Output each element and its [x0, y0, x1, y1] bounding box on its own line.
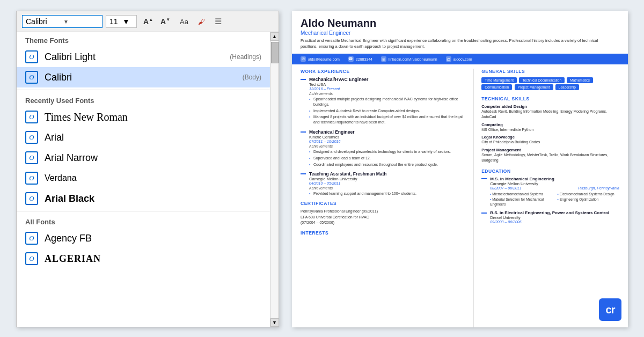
edu-dash-2 [481, 213, 487, 214]
font-label-calibri: Calibri (Body) [45, 72, 261, 83]
job-bullet-1-3: Managed 8 projects with an individual bu… [309, 114, 466, 125]
edu-course-col-right: Electromechanical Systems Design Enginee… [558, 192, 619, 207]
font-label-calibri-light: Calibri Light (Headings) [45, 52, 261, 63]
font-label-algerian: ALGERIAN [45, 253, 261, 265]
resume-job-title: Mechanical Engineer [301, 30, 619, 36]
job-entry-2: Mechanical Engineer Kinetic Ceramics 07/… [301, 129, 466, 167]
tech-skill-cad: Computer-aided Design Autodesk Revit, Bu… [481, 104, 619, 120]
edu-entry-2: B.S. in Electrical Engineering, Power an… [481, 210, 619, 224]
contact-linkedin: in linkedin.com/in/aldoneumann [381, 56, 437, 62]
theme-fonts-header: Theme Fonts [17, 32, 270, 47]
font-label-arial-black: Arial Black [45, 193, 261, 204]
general-skills-title: GENERAL SKILLS [481, 69, 619, 74]
resume-body: WORK EXPERIENCE Mechanical/HVAC Engineer… [292, 64, 628, 327]
font-picker-panel: Calibri ▼ 11 ▼ A▲ A▼ Aa 🖌 ☰ Theme Fonts … [16, 11, 279, 327]
resume-left-column: WORK EXPERIENCE Mechanical/HVAC Engineer… [301, 69, 474, 327]
achievements-label-1: Achievements [309, 92, 466, 96]
font-name-verdana: Verdana [45, 173, 77, 183]
job-company-2: Kinetic Ceramics [309, 135, 466, 140]
edu-course-1: Microelectromechanical Systems [490, 192, 552, 197]
scrollbar-thumb[interactable] [271, 42, 279, 63]
font-size-value: 11 [109, 17, 120, 26]
tech-skill-pm-title: Project Management [481, 148, 619, 152]
resume-header: Aldo Neumann Mechanical Engineer Practic… [292, 11, 628, 54]
job-entry-1: Mechanical/HVAC Engineer TechUSA 12/2016… [301, 77, 466, 125]
font-name-calibri-light: Calibri Light [45, 52, 96, 63]
font-label-arial-narrow: Arial Narrow [45, 152, 261, 164]
job-dates-2: 07/2011 – 10/2016 [309, 140, 466, 143]
font-icon-agency: O [25, 232, 38, 245]
work-experience-title: WORK EXPERIENCE [301, 69, 466, 74]
main-container: Calibri ▼ 11 ▼ A▲ A▼ Aa 🖌 ☰ Theme Fonts … [0, 0, 644, 337]
edu-dash-1 [481, 178, 487, 179]
font-icon-algerian: O [25, 252, 38, 265]
increase-font-btn[interactable]: A▲ [140, 15, 156, 28]
edu-courses-1: Microelectromechanical Systems Material … [490, 192, 619, 207]
font-size-dropdown[interactable]: 11 ▼ [106, 15, 137, 28]
certificates-title: CERTIFICATES [301, 201, 466, 206]
list-btn[interactable]: ☰ [211, 14, 225, 28]
font-name-arial: Arial [45, 132, 64, 143]
font-list-scrollbar[interactable]: ▲ ▼ [270, 32, 279, 327]
edu-course-col-left: Microelectromechanical Systems Material … [490, 192, 552, 207]
decrease-font-btn[interactable]: A▼ [157, 15, 173, 28]
scrollbar-up-btn[interactable]: ▲ [270, 32, 279, 41]
job-title-3: Teaching Assistant, Freshman Math [309, 171, 387, 177]
job-bullet-2-2: Supervised and lead a team of 12. [309, 156, 466, 161]
edu-dates-row-1: 08/2007 – 06/2011 Pittsburgh, Pennsylvan… [490, 186, 619, 190]
font-item-arial-narrow[interactable]: O Arial Narrow [17, 148, 270, 168]
font-item-verdana[interactable]: O Verdana [17, 168, 270, 188]
font-picker-toolbar: Calibri ▼ 11 ▼ A▲ A▼ Aa 🖌 ☰ [17, 11, 279, 32]
phone-icon: ☎ [348, 56, 354, 62]
font-item-arial-black[interactable]: O Arial Black [17, 188, 270, 209]
font-size-buttons: A▲ A▼ [140, 15, 173, 28]
contact-email: ✉ aldo@resume.com [301, 56, 340, 62]
job-bullet-1-2: Implemented Autodesk Revit to create Com… [309, 108, 466, 114]
font-item-agency[interactable]: O Agency FB [17, 228, 270, 248]
contact-phone: ☎ 22883344 [348, 56, 372, 62]
edu-dates-1: 08/2007 – 06/2011 [490, 186, 521, 190]
resume-contact-bar: ✉ aldo@resume.com ☎ 22883344 in linkedin… [292, 54, 628, 64]
scrollbar-down-btn[interactable]: ▼ [270, 318, 279, 327]
paint-format-btn[interactable]: 🖌 [195, 16, 208, 28]
education-title: EDUCATION [481, 169, 619, 174]
skill-tag-time-management: Time Management [481, 77, 517, 83]
font-name-dropdown[interactable]: Calibri ▼ [22, 15, 103, 28]
font-label-verdana: Verdana [45, 173, 261, 183]
job-title-2: Mechanical Engineer [309, 129, 355, 135]
resume-panel: Aldo Neumann Mechanical Engineer Practic… [292, 11, 628, 327]
tech-skill-legal-items: City of Philadelphia Building Codes [481, 140, 619, 145]
job-bullets-1: Spearheaded multiple projects designing … [309, 97, 466, 125]
cert-2: EPA 608 Universal Certification for HVAC… [301, 215, 466, 226]
resume-right-column: GENERAL SKILLS Time Management Technical… [474, 69, 619, 327]
scrollbar-track [270, 41, 279, 318]
font-item-arial[interactable]: O Arial [17, 127, 270, 148]
job-dash-3 [301, 173, 306, 174]
tech-skill-cad-title: Computer-aided Design [481, 104, 619, 109]
font-item-times-new-roman[interactable]: O Times New Roman [17, 107, 270, 127]
job-bullets-3: Provided learning support and management… [309, 191, 466, 196]
font-name-calibri: Calibri [45, 72, 72, 83]
font-label-agency: Agency FB [45, 233, 261, 244]
font-label-times: Times New Roman [45, 111, 261, 123]
edu-degree-1: M.S. in Mechanical Engineering [490, 177, 554, 181]
font-item-calibri-light[interactable]: O Calibri Light (Headings) [17, 47, 270, 67]
font-item-calibri[interactable]: O Calibri (Body) [17, 67, 270, 87]
achievements-label-3: Achievements [309, 186, 466, 190]
recent-fonts-header: Recently Used Fonts [17, 92, 270, 107]
font-item-algerian[interactable]: O ALGERIAN [17, 248, 270, 269]
job-title-row-1: Mechanical/HVAC Engineer [301, 77, 466, 82]
portfolio-icon: @ [446, 56, 451, 62]
font-name-agency: Agency FB [45, 233, 92, 244]
font-icon-arial: O [25, 131, 38, 144]
skill-tag-communication: Communication [481, 84, 512, 90]
tech-skill-pm-items: Scrum, Agile Methodology, MeisterTask, T… [481, 152, 619, 163]
divider-1 [17, 90, 270, 90]
achievements-label-2: Achievements [309, 144, 466, 148]
edu-course-3: Electromechanical Systems Design [558, 192, 619, 197]
job-title-1: Mechanical/HVAC Engineer [309, 77, 368, 82]
job-title-row-2: Mechanical Engineer [301, 129, 466, 135]
aa-btn[interactable]: Aa [177, 16, 192, 28]
technical-skills-title: TECHNICAL SKILLS [481, 96, 619, 101]
edu-dates-row-2: 09/2003 – 06/2006 [490, 220, 619, 224]
